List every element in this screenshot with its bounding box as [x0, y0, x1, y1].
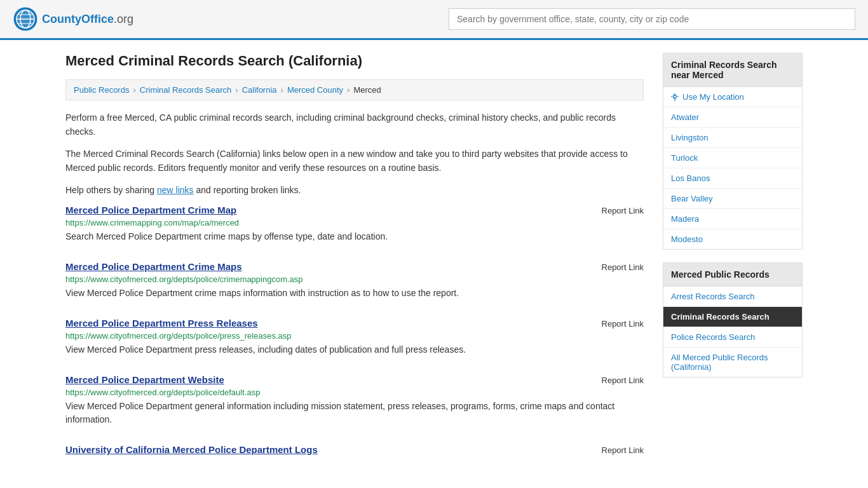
breadcrumb-sep-3: › [281, 85, 283, 95]
content-area: Merced Criminal Records Search (Californ… [65, 53, 644, 475]
breadcrumb-merced-county[interactable]: Merced County [287, 85, 343, 95]
logo-text: CountyOffice.org [42, 13, 133, 26]
breadcrumb-california[interactable]: California [242, 85, 277, 95]
desc-para-2: The Merced Criminal Records Search (Cali… [65, 147, 644, 175]
result-desc-1: Search Merced Police Department crime ma… [65, 230, 644, 243]
sidebar-nearby-livingston[interactable]: Livingston [663, 128, 802, 148]
result-header-2: Merced Police Department Crime Maps Repo… [65, 261, 644, 272]
result-title-4[interactable]: Merced Police Department Website [65, 374, 224, 385]
result-title-5[interactable]: University of California Merced Police D… [65, 444, 318, 455]
sidebar-public-records-section: Merced Public Records Arrest Records Sea… [663, 262, 803, 377]
logo-icon [13, 6, 38, 32]
sidebar-nearby-turlock[interactable]: Turlock [663, 148, 802, 168]
sidebar-nearby-los-banos[interactable]: Los Banos [663, 168, 802, 189]
breadcrumb: Public Records › Criminal Records Search… [65, 79, 644, 100]
result-url-1: https://www.crimemapping.com/map/ca/merc… [65, 218, 644, 227]
sidebar-nearby-madera[interactable]: Madera [663, 209, 802, 229]
result-desc-4: View Merced Police Department general in… [65, 400, 644, 426]
result-entry-3: Merced Police Department Press Releases … [65, 318, 644, 359]
new-links-link[interactable]: new links [157, 185, 194, 195]
breadcrumb-criminal-records[interactable]: Criminal Records Search [140, 85, 232, 95]
main-wrapper: Merced Criminal Records Search (Californ… [53, 40, 815, 488]
result-entry-1: Merced Police Department Crime Map Repor… [65, 205, 644, 246]
sidebar-nearby-section: Criminal Records Search near Merced Use … [663, 53, 803, 250]
report-link-4[interactable]: Report Link [602, 376, 644, 385]
sidebar-public-records-title: Merced Public Records [663, 263, 802, 287]
report-link-2[interactable]: Report Link [602, 262, 644, 272]
result-header-5: University of California Merced Police D… [65, 444, 644, 455]
search-bar [449, 8, 855, 30]
result-desc-3: View Merced Police Department press rele… [65, 343, 644, 356]
sidebar-criminal-records[interactable]: Criminal Records Search [663, 307, 802, 327]
desc-para-1: Perform a free Merced, CA public crimina… [65, 111, 644, 139]
sidebar-nearby-bear-valley[interactable]: Bear Valley [663, 189, 802, 209]
desc-para-3: Help others by sharing new links and rep… [65, 183, 644, 197]
result-header-1: Merced Police Department Crime Map Repor… [65, 205, 644, 215]
result-desc-2: View Merced Police Department crime maps… [65, 287, 644, 300]
result-url-3: https://www.cityofmerced.org/depts/polic… [65, 331, 644, 341]
location-icon [671, 93, 679, 101]
result-title-1[interactable]: Merced Police Department Crime Map [65, 205, 236, 215]
svg-point-7 [674, 95, 677, 98]
sidebar-use-location[interactable]: Use My Location [663, 87, 802, 107]
result-url-4: https://www.cityofmerced.org/depts/polic… [65, 388, 644, 397]
result-header-4: Merced Police Department Website Report … [65, 374, 644, 385]
result-entry-2: Merced Police Department Crime Maps Repo… [65, 261, 644, 302]
sidebar-nearby-atwater[interactable]: Atwater [663, 107, 802, 128]
result-title-3[interactable]: Merced Police Department Press Releases [65, 318, 258, 329]
result-header-3: Merced Police Department Press Releases … [65, 318, 644, 329]
sidebar-all-merced-records[interactable]: All Merced Public Records (California) [663, 348, 802, 377]
breadcrumb-sep-1: › [133, 85, 135, 95]
report-link-5[interactable]: Report Link [602, 445, 644, 455]
report-link-3[interactable]: Report Link [602, 319, 644, 329]
site-logo[interactable]: CountyOffice.org [13, 6, 133, 32]
result-entry-5: University of California Merced Police D… [65, 444, 644, 460]
breadcrumb-sep-4: › [347, 85, 349, 95]
result-entry-4: Merced Police Department Website Report … [65, 374, 644, 429]
breadcrumb-public-records[interactable]: Public Records [74, 85, 129, 95]
use-location-link[interactable]: Use My Location [682, 92, 744, 102]
breadcrumb-merced: Merced [353, 85, 381, 95]
sidebar-arrest-records[interactable]: Arrest Records Search [663, 287, 802, 307]
breadcrumb-sep-2: › [235, 85, 238, 95]
sidebar-police-records[interactable]: Police Records Search [663, 327, 802, 348]
report-link-1[interactable]: Report Link [602, 206, 644, 215]
site-header: CountyOffice.org [0, 0, 868, 40]
search-input[interactable] [449, 8, 855, 30]
result-title-2[interactable]: Merced Police Department Crime Maps [65, 261, 242, 272]
sidebar-nearby-modesto[interactable]: Modesto [663, 229, 802, 249]
result-url-2: https://www.cityofmerced.org/depts/polic… [65, 274, 644, 284]
page-title: Merced Criminal Records Search (Californ… [65, 53, 644, 69]
sidebar-nearby-title: Criminal Records Search near Merced [663, 53, 802, 87]
sidebar: Criminal Records Search near Merced Use … [663, 53, 803, 475]
